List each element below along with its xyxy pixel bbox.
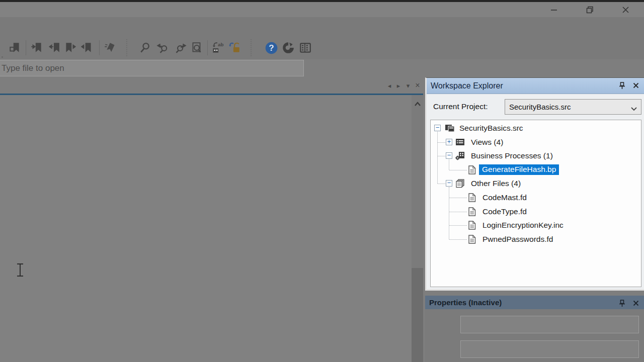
find-in-files-button[interactable] (190, 41, 204, 55)
close-icon (633, 300, 639, 306)
file-open-placeholder: Type file to open (2, 63, 64, 73)
tree-item-business-processes[interactable]: − Business Processes (1) (431, 149, 641, 162)
tree-item-codetype[interactable]: CodeType.fd (431, 205, 641, 218)
tree-item-label: CodeType.fd (482, 207, 527, 216)
triangle-down-icon: ▾ (407, 82, 410, 89)
tree-item-label: CodeMast.fd (482, 193, 527, 202)
find-previous-button[interactable] (156, 41, 170, 55)
expander-minus-icon[interactable]: − (446, 152, 452, 159)
tree-item-label: Business Processes (1) (471, 151, 553, 160)
previous-bookmark-in-file-button[interactable] (80, 41, 95, 55)
restore-button[interactable] (581, 3, 599, 16)
replace-icon: ab (211, 41, 224, 54)
tree-item-generatefilehash[interactable]: GenerateFileHash.bp (431, 163, 641, 176)
scroll-up-button[interactable] (413, 100, 422, 108)
panel-title: Properties (Inactive) (429, 298, 502, 307)
svg-text:?: ? (269, 43, 274, 53)
file-open-input[interactable]: Type file to open (0, 60, 304, 76)
code-editor[interactable]: AVAILABLE) Begin available." (0, 95, 423, 362)
document-icon (468, 165, 476, 174)
unlock-icon (228, 41, 241, 54)
tree-item-label: Views (4) (471, 138, 503, 147)
grid-icon (299, 41, 312, 54)
property-field[interactable] (460, 340, 639, 358)
find-in-files-icon (190, 41, 203, 54)
clear-bookmarks-icon (104, 41, 117, 54)
pin-button[interactable] (617, 298, 627, 308)
titlebar (0, 2, 644, 17)
toolbar (0, 17, 644, 59)
replace-button[interactable]: ab (211, 41, 225, 55)
document-icon (468, 207, 476, 216)
properties-panel: Properties (Inactive) (425, 296, 644, 362)
close-button[interactable] (616, 3, 634, 16)
toolbar-separator (26, 40, 26, 55)
tree-item-project-root[interactable]: − SecurityBasics.src (431, 122, 641, 135)
pin-icon (619, 82, 625, 89)
triangle-right-icon: ▸ (397, 82, 400, 89)
workspace-explorer-titlebar[interactable]: Workspace Explorer (427, 78, 644, 94)
document-icon (468, 193, 476, 202)
document-icon (468, 221, 476, 230)
pin-icon (619, 300, 625, 307)
toolbar-separator (207, 40, 208, 55)
toggle-bookmark-button[interactable] (8, 41, 22, 55)
tree-item-pwnedpasswords[interactable]: PwnedPasswords.fd (431, 233, 641, 246)
tree-item-loginencryptionkey[interactable]: LoginEncryptionKey.inc (431, 219, 641, 232)
minimize-button[interactable] (545, 3, 563, 16)
previous-bookmark-icon (47, 41, 60, 54)
close-icon (633, 82, 639, 88)
workspace-explorer-panel: Workspace Explorer Current Project: Secu… (425, 77, 644, 291)
tab-scroll-left-button[interactable]: ◂ (385, 81, 393, 89)
help-icon: ? (265, 41, 278, 55)
tab-scroll-right-button[interactable]: ▸ (394, 81, 403, 89)
tab-list-button[interactable]: ▾ (404, 81, 412, 89)
expander-plus-icon[interactable]: + (446, 139, 452, 145)
tree-item-codemast[interactable]: CodeMast.fd (431, 191, 641, 204)
expander-minus-icon[interactable]: − (446, 180, 452, 187)
unlock-button[interactable] (227, 41, 242, 55)
panel-close-button[interactable] (631, 298, 641, 308)
scrollbar-thumb[interactable] (412, 268, 423, 362)
next-bookmark-icon (30, 41, 43, 54)
toolbar-group-separator (126, 39, 127, 56)
project-tree: − SecurityBasics.src + Views (4) (430, 120, 641, 287)
help-button[interactable]: ? (264, 41, 278, 55)
find-next-button[interactable] (173, 41, 187, 55)
panel-title: Workspace Explorer (431, 81, 503, 90)
minimize-icon (550, 6, 557, 13)
chevron-down-icon (630, 104, 637, 113)
properties-titlebar[interactable]: Properties (Inactive) (425, 296, 644, 309)
pin-button[interactable] (617, 80, 627, 90)
tab-close-button[interactable]: × (414, 81, 422, 89)
find-previous-icon (156, 41, 170, 54)
previous-bookmark-in-file-icon (81, 41, 94, 54)
document-icon (468, 235, 476, 244)
chevron-up-icon (414, 102, 421, 106)
tree-item-label: Other Files (4) (471, 179, 521, 188)
close-icon (622, 6, 629, 14)
current-project-label: Current Project: (433, 102, 488, 111)
previous-bookmark-button[interactable] (47, 41, 61, 55)
tree-item-label-selected: GenerateFileHash.bp (479, 164, 559, 175)
next-bookmark-in-file-button[interactable] (63, 41, 77, 55)
statistics-button[interactable] (281, 41, 295, 55)
tree-item-label: PwnedPasswords.fd (482, 235, 553, 244)
current-project-dropdown[interactable]: SecurityBasics.src (505, 99, 641, 115)
statistics-icon (282, 41, 295, 54)
svg-text:ab: ab (218, 42, 223, 47)
next-bookmark-in-file-icon (64, 41, 77, 54)
clear-bookmarks-button[interactable] (103, 41, 117, 55)
expander-minus-icon[interactable]: − (434, 125, 441, 131)
current-project-value: SecurityBasics.src (509, 103, 571, 111)
tree-item-views[interactable]: + Views (4) (431, 136, 641, 149)
panel-close-button[interactable] (631, 80, 641, 90)
property-field[interactable] (460, 316, 639, 333)
find-icon (139, 41, 152, 54)
next-bookmark-button[interactable] (30, 41, 44, 55)
restore-icon (586, 6, 594, 14)
find-button[interactable] (138, 41, 152, 55)
tree-item-other-files[interactable]: − Other Files (4) (431, 177, 641, 190)
grid-button[interactable] (298, 41, 312, 55)
toolbar-separator (99, 40, 100, 55)
